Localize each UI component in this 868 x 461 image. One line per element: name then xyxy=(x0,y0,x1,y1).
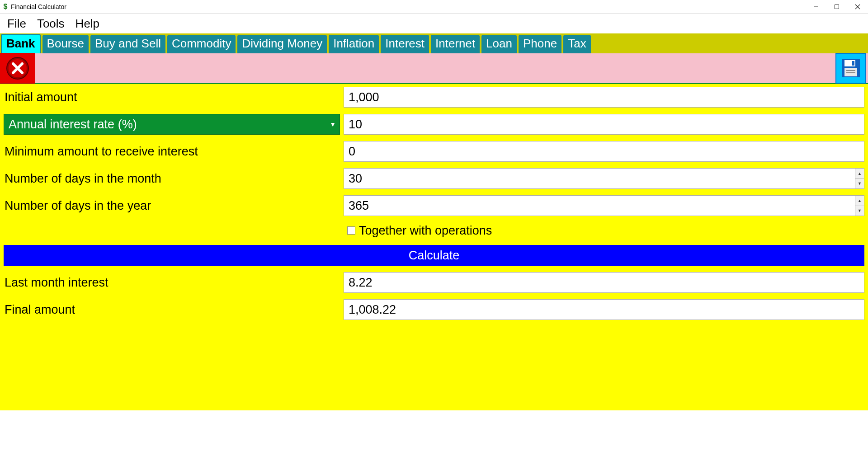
label-together: Together with operations xyxy=(359,224,492,238)
tab-phone[interactable]: Phone xyxy=(519,35,561,53)
row-interest-rate: Annual interest rate (%) ▼ xyxy=(4,114,864,135)
row-last-month: Last month interest xyxy=(4,272,864,293)
close-window-button[interactable] xyxy=(847,0,868,13)
tab-loan[interactable]: Loan xyxy=(481,35,517,53)
tab-tax[interactable]: Tax xyxy=(563,35,590,53)
label-days-year: Number of days in the year xyxy=(4,195,344,216)
close-icon xyxy=(5,56,30,81)
tab-commodity[interactable]: Commodity xyxy=(167,35,236,53)
tab-bourse[interactable]: Bourse xyxy=(42,35,89,53)
input-initial-amount[interactable] xyxy=(344,87,864,108)
dropdown-interest-rate[interactable]: Annual interest rate (%) ▼ xyxy=(4,114,340,135)
maximize-button[interactable] xyxy=(826,0,847,13)
tab-bank[interactable]: Bank xyxy=(1,34,41,53)
row-days-year: Number of days in the year ▲ ▼ xyxy=(4,195,864,216)
chevron-down-icon: ▼ xyxy=(330,121,336,128)
row-final-amount: Final amount xyxy=(4,299,864,320)
spinner-up-days-month[interactable]: ▲ xyxy=(855,169,864,179)
tab-dividing-money[interactable]: Dividing Money xyxy=(237,35,327,53)
clear-button[interactable] xyxy=(0,53,35,84)
label-final-amount: Final amount xyxy=(4,299,344,320)
menu-help[interactable]: Help xyxy=(75,17,99,31)
spinner-down-days-year[interactable]: ▼ xyxy=(855,206,864,216)
output-final-amount[interactable] xyxy=(344,299,864,320)
spinner-days-year: ▲ ▼ xyxy=(855,195,864,216)
input-days-month[interactable] xyxy=(344,168,855,189)
svg-rect-1 xyxy=(835,5,839,9)
checkbox-together[interactable] xyxy=(347,226,355,235)
save-icon xyxy=(841,58,861,78)
calculate-button[interactable]: Calculate xyxy=(4,245,864,266)
spinner-days-month: ▲ ▼ xyxy=(855,168,864,189)
row-days-month: Number of days in the month ▲ ▼ xyxy=(4,168,864,189)
minimize-button[interactable] xyxy=(806,0,826,13)
input-days-year[interactable] xyxy=(344,195,855,216)
tab-buy-and-sell[interactable]: Buy and Sell xyxy=(90,35,165,53)
title-bar: $ Financial Calculator xyxy=(0,0,868,14)
output-last-month[interactable] xyxy=(344,272,864,293)
spinner-down-days-month[interactable]: ▼ xyxy=(855,179,864,189)
tab-bar: Bank Bourse Buy and Sell Commodity Divid… xyxy=(0,33,868,53)
window-controls xyxy=(806,0,868,13)
label-initial-amount: Initial amount xyxy=(4,87,344,108)
menu-tools[interactable]: Tools xyxy=(37,17,65,31)
menu-bar: File Tools Help xyxy=(0,14,868,33)
save-button[interactable] xyxy=(835,53,866,84)
app-icon: $ xyxy=(2,3,9,10)
menu-file[interactable]: File xyxy=(7,17,26,31)
dropdown-interest-rate-label: Annual interest rate (%) xyxy=(9,118,137,132)
svg-rect-10 xyxy=(852,61,854,66)
label-last-month: Last month interest xyxy=(4,272,344,293)
input-interest-rate[interactable] xyxy=(344,114,864,135)
label-min-amount: Minimum amount to receive interest xyxy=(4,141,344,162)
toolbar xyxy=(0,53,868,84)
row-initial-amount: Initial amount xyxy=(4,87,864,108)
tab-inflation[interactable]: Inflation xyxy=(329,35,379,53)
input-min-amount[interactable] xyxy=(344,141,864,162)
form-area: Initial amount Annual interest rate (%) … xyxy=(0,84,868,410)
label-days-month: Number of days in the month xyxy=(4,168,344,189)
window-title: Financial Calculator xyxy=(11,3,66,10)
tab-interest[interactable]: Interest xyxy=(381,35,429,53)
tab-internet[interactable]: Internet xyxy=(431,35,480,53)
row-together: Together with operations xyxy=(4,222,864,239)
row-min-amount: Minimum amount to receive interest xyxy=(4,141,864,162)
spinner-up-days-year[interactable]: ▲ xyxy=(855,196,864,206)
